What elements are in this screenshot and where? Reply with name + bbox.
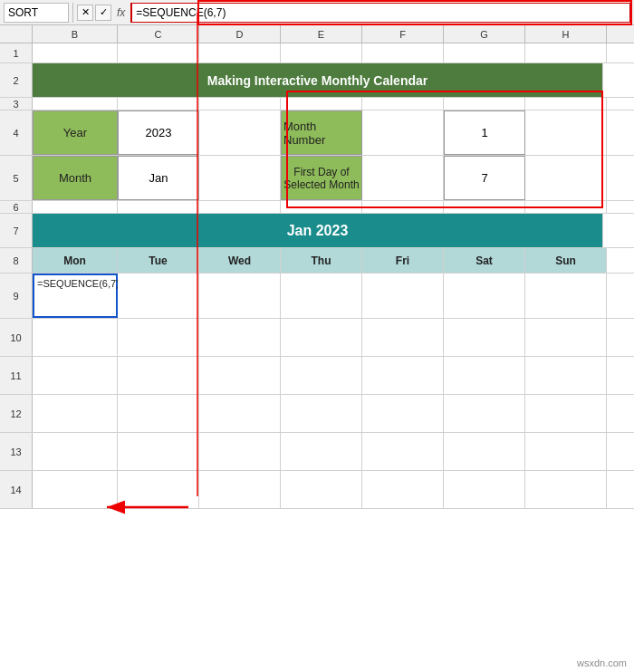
cell-c11[interactable] bbox=[118, 357, 199, 394]
cell-year-label[interactable]: Year bbox=[33, 110, 118, 155]
cell-g1[interactable] bbox=[444, 43, 525, 62]
cell-h6[interactable] bbox=[525, 201, 607, 213]
col-header-c[interactable]: C bbox=[118, 25, 199, 43]
cell-f14[interactable] bbox=[362, 471, 444, 508]
cell-b1[interactable] bbox=[33, 43, 118, 62]
col-header-h[interactable]: H bbox=[525, 25, 607, 43]
cell-first-day-value[interactable]: 7 bbox=[444, 156, 525, 200]
cell-month-number-value[interactable]: 1 bbox=[444, 110, 525, 155]
cell-h5-empty[interactable] bbox=[525, 156, 607, 200]
cell-g11[interactable] bbox=[444, 357, 525, 394]
cell-b11[interactable] bbox=[33, 357, 118, 394]
cell-year-value[interactable]: 2023 bbox=[118, 110, 199, 155]
cell-f11[interactable] bbox=[362, 357, 444, 394]
formula-input[interactable]: =SEQUENCE(6,7) bbox=[130, 3, 630, 23]
cell-g3[interactable] bbox=[444, 98, 525, 110]
cell-fri[interactable]: Fri bbox=[362, 248, 444, 273]
col-header-d[interactable]: D bbox=[199, 25, 281, 43]
cell-b6[interactable] bbox=[33, 201, 118, 213]
confirm-button[interactable]: ✓ bbox=[95, 5, 111, 21]
cell-e6[interactable] bbox=[281, 201, 362, 213]
cell-f3[interactable] bbox=[362, 98, 444, 110]
cell-f13[interactable] bbox=[362, 433, 444, 470]
cell-mon[interactable]: Mon bbox=[33, 248, 118, 273]
col-header-e[interactable]: E bbox=[281, 25, 362, 43]
cell-f1[interactable] bbox=[362, 43, 444, 62]
cell-d3[interactable] bbox=[199, 98, 281, 110]
cell-f10[interactable] bbox=[362, 319, 444, 356]
cell-month-number-label[interactable]: Month Number bbox=[281, 110, 362, 155]
col-header-f[interactable]: F bbox=[362, 25, 444, 43]
calendar-title-cell[interactable]: Jan 2023 bbox=[33, 214, 603, 247]
cell-c13[interactable] bbox=[118, 433, 199, 470]
cell-c14[interactable] bbox=[118, 471, 199, 508]
cell-b3[interactable] bbox=[33, 98, 118, 110]
cell-month-label[interactable]: Month bbox=[33, 156, 118, 200]
title-cell[interactable]: Making Interactive Monthly Calendar bbox=[33, 63, 603, 97]
cell-h3[interactable] bbox=[525, 98, 607, 110]
row-num-9: 9 bbox=[0, 274, 33, 318]
cell-b14[interactable] bbox=[33, 471, 118, 508]
cell-d5-empty[interactable] bbox=[199, 156, 281, 200]
cell-e11[interactable] bbox=[281, 357, 362, 394]
cell-d1[interactable] bbox=[199, 43, 281, 62]
cell-h13[interactable] bbox=[525, 433, 607, 470]
cell-d11[interactable] bbox=[199, 357, 281, 394]
row-num-10: 10 bbox=[0, 319, 33, 356]
cell-f5-empty[interactable] bbox=[362, 156, 444, 200]
cell-e1[interactable] bbox=[281, 43, 362, 62]
cell-d6[interactable] bbox=[199, 201, 281, 213]
cell-g6[interactable] bbox=[444, 201, 525, 213]
cell-h11[interactable] bbox=[525, 357, 607, 394]
cell-sat[interactable]: Sat bbox=[444, 248, 525, 273]
cell-e10[interactable] bbox=[281, 319, 362, 356]
cell-c6[interactable] bbox=[118, 201, 199, 213]
cell-e13[interactable] bbox=[281, 433, 362, 470]
name-box[interactable]: SORT bbox=[4, 3, 69, 23]
cell-f4-empty[interactable] bbox=[362, 110, 444, 155]
cell-c12[interactable] bbox=[118, 395, 199, 432]
col-header-b[interactable]: B bbox=[33, 25, 118, 43]
cell-c1[interactable] bbox=[118, 43, 199, 62]
cell-g13[interactable] bbox=[444, 433, 525, 470]
cell-f9[interactable] bbox=[362, 274, 444, 318]
cell-c9[interactable] bbox=[118, 274, 199, 318]
cell-e12[interactable] bbox=[281, 395, 362, 432]
cancel-button[interactable]: ✕ bbox=[77, 5, 93, 21]
cell-d9[interactable] bbox=[199, 274, 281, 318]
cell-d4-empty[interactable] bbox=[199, 110, 281, 155]
cell-g12[interactable] bbox=[444, 395, 525, 432]
cell-tue[interactable]: Tue bbox=[118, 248, 199, 273]
cell-g14[interactable] bbox=[444, 471, 525, 508]
cell-h4-empty[interactable] bbox=[525, 110, 607, 155]
col-header-g[interactable]: G bbox=[444, 25, 525, 43]
cell-b12[interactable] bbox=[33, 395, 118, 432]
cell-h14[interactable] bbox=[525, 471, 607, 508]
cell-c10[interactable] bbox=[118, 319, 199, 356]
cell-e9[interactable] bbox=[281, 274, 362, 318]
cell-formula[interactable]: =SEQUENCE(6,7) bbox=[33, 274, 118, 318]
row-1: 1 bbox=[0, 43, 634, 63]
cell-g10[interactable] bbox=[444, 319, 525, 356]
cell-g9[interactable] bbox=[444, 274, 525, 318]
cell-h1[interactable] bbox=[525, 43, 607, 62]
cell-e3[interactable] bbox=[281, 98, 362, 110]
cell-b10[interactable] bbox=[33, 319, 118, 356]
cell-c3[interactable] bbox=[118, 98, 199, 110]
cell-sun[interactable]: Sun bbox=[525, 248, 607, 273]
cell-b13[interactable] bbox=[33, 433, 118, 470]
cell-d10[interactable] bbox=[199, 319, 281, 356]
cell-h10[interactable] bbox=[525, 319, 607, 356]
cell-month-value[interactable]: Jan bbox=[118, 156, 199, 200]
cell-d14[interactable] bbox=[199, 471, 281, 508]
cell-f6[interactable] bbox=[362, 201, 444, 213]
cell-d13[interactable] bbox=[199, 433, 281, 470]
cell-wed[interactable]: Wed bbox=[199, 248, 281, 273]
cell-h9[interactable] bbox=[525, 274, 607, 318]
cell-thu[interactable]: Thu bbox=[281, 248, 362, 273]
cell-f12[interactable] bbox=[362, 395, 444, 432]
cell-d12[interactable] bbox=[199, 395, 281, 432]
cell-e14[interactable] bbox=[281, 471, 362, 508]
cell-first-day-label[interactable]: First Day of Selected Month bbox=[281, 156, 362, 200]
cell-h12[interactable] bbox=[525, 395, 607, 432]
